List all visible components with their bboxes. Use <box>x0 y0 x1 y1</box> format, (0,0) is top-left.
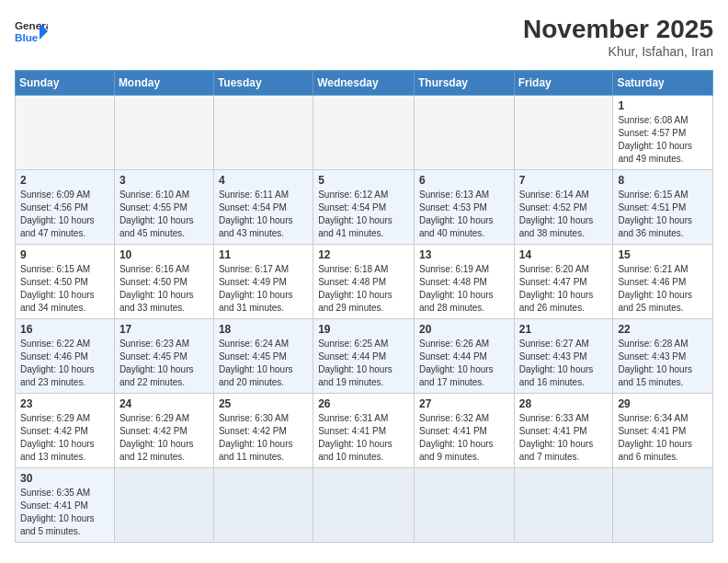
calendar-day-cell: 26Sunrise: 6:31 AM Sunset: 4:41 PM Dayli… <box>313 394 415 468</box>
day-info: Sunrise: 6:28 AM Sunset: 4:43 PM Dayligh… <box>618 338 708 389</box>
calendar-week-row: 16Sunrise: 6:22 AM Sunset: 4:46 PM Dayli… <box>16 319 713 394</box>
col-header-wednesday: Wednesday <box>313 71 415 96</box>
day-info: Sunrise: 6:35 AM Sunset: 4:41 PM Dayligh… <box>20 487 109 538</box>
day-info: Sunrise: 6:32 AM Sunset: 4:41 PM Dayligh… <box>419 412 509 464</box>
calendar-header-row: SundayMondayTuesdayWednesdayThursdayFrid… <box>16 71 713 96</box>
month-year-title: November 2025 <box>523 15 713 44</box>
day-number: 17 <box>119 323 209 336</box>
day-number: 23 <box>20 397 109 410</box>
calendar-day-cell <box>313 468 415 543</box>
day-info: Sunrise: 6:21 AM Sunset: 4:46 PM Dayligh… <box>618 263 708 315</box>
day-info: Sunrise: 6:33 AM Sunset: 4:41 PM Dayligh… <box>519 412 609 464</box>
svg-text:Blue: Blue <box>15 31 39 43</box>
day-number: 20 <box>419 323 509 336</box>
day-info: Sunrise: 6:29 AM Sunset: 4:42 PM Dayligh… <box>20 412 109 464</box>
day-number: 30 <box>20 472 109 485</box>
day-info: Sunrise: 6:15 AM Sunset: 4:51 PM Dayligh… <box>618 189 708 240</box>
day-info: Sunrise: 6:20 AM Sunset: 4:47 PM Dayligh… <box>519 263 609 315</box>
calendar-day-cell: 27Sunrise: 6:32 AM Sunset: 4:41 PM Dayli… <box>414 394 514 468</box>
day-info: Sunrise: 6:19 AM Sunset: 4:48 PM Dayligh… <box>419 263 509 315</box>
day-info: Sunrise: 6:09 AM Sunset: 4:56 PM Dayligh… <box>20 189 109 240</box>
calendar-day-cell: 3Sunrise: 6:10 AM Sunset: 4:55 PM Daylig… <box>114 170 213 245</box>
calendar-day-cell <box>514 96 613 170</box>
day-number: 10 <box>119 248 209 261</box>
day-number: 27 <box>419 397 509 410</box>
col-header-thursday: Thursday <box>414 71 514 96</box>
day-number: 22 <box>618 323 708 336</box>
calendar-day-cell <box>114 96 213 170</box>
calendar-day-cell: 6Sunrise: 6:13 AM Sunset: 4:53 PM Daylig… <box>414 170 514 245</box>
calendar-day-cell: 18Sunrise: 6:24 AM Sunset: 4:45 PM Dayli… <box>213 319 313 394</box>
day-number: 12 <box>318 248 409 261</box>
day-info: Sunrise: 6:08 AM Sunset: 4:57 PM Dayligh… <box>618 114 708 166</box>
calendar-day-cell: 11Sunrise: 6:17 AM Sunset: 4:49 PM Dayli… <box>213 245 313 319</box>
day-info: Sunrise: 6:30 AM Sunset: 4:42 PM Dayligh… <box>219 412 308 464</box>
calendar-day-cell <box>514 468 613 543</box>
calendar-week-row: 2Sunrise: 6:09 AM Sunset: 4:56 PM Daylig… <box>16 170 713 245</box>
day-number: 4 <box>219 174 308 187</box>
logo: General Blue <box>15 15 48 48</box>
location-subtitle: Khur, Isfahan, Iran <box>523 44 713 59</box>
page-header: General Blue November 2025 Khur, Isfahan… <box>15 15 713 59</box>
calendar-day-cell: 10Sunrise: 6:16 AM Sunset: 4:50 PM Dayli… <box>114 245 213 319</box>
day-info: Sunrise: 6:11 AM Sunset: 4:54 PM Dayligh… <box>219 189 308 240</box>
calendar-day-cell: 2Sunrise: 6:09 AM Sunset: 4:56 PM Daylig… <box>16 170 115 245</box>
day-info: Sunrise: 6:13 AM Sunset: 4:53 PM Dayligh… <box>419 189 509 240</box>
calendar-day-cell: 5Sunrise: 6:12 AM Sunset: 4:54 PM Daylig… <box>313 170 415 245</box>
calendar-day-cell <box>213 468 313 543</box>
calendar-day-cell: 21Sunrise: 6:27 AM Sunset: 4:43 PM Dayli… <box>514 319 613 394</box>
day-info: Sunrise: 6:10 AM Sunset: 4:55 PM Dayligh… <box>119 189 209 240</box>
calendar-day-cell: 7Sunrise: 6:14 AM Sunset: 4:52 PM Daylig… <box>514 170 613 245</box>
day-info: Sunrise: 6:34 AM Sunset: 4:41 PM Dayligh… <box>618 412 708 464</box>
title-block: November 2025 Khur, Isfahan, Iran <box>523 15 713 59</box>
calendar-day-cell <box>313 96 415 170</box>
calendar-day-cell <box>16 96 115 170</box>
day-info: Sunrise: 6:31 AM Sunset: 4:41 PM Dayligh… <box>318 412 409 464</box>
day-number: 3 <box>119 174 209 187</box>
calendar-day-cell: 1Sunrise: 6:08 AM Sunset: 4:57 PM Daylig… <box>613 96 713 170</box>
day-info: Sunrise: 6:25 AM Sunset: 4:44 PM Dayligh… <box>318 338 409 389</box>
calendar-week-row: 1Sunrise: 6:08 AM Sunset: 4:57 PM Daylig… <box>16 96 713 170</box>
calendar-day-cell <box>414 468 514 543</box>
calendar-day-cell: 23Sunrise: 6:29 AM Sunset: 4:42 PM Dayli… <box>16 394 115 468</box>
day-info: Sunrise: 6:23 AM Sunset: 4:45 PM Dayligh… <box>119 338 209 389</box>
calendar-day-cell: 15Sunrise: 6:21 AM Sunset: 4:46 PM Dayli… <box>613 245 713 319</box>
calendar-day-cell: 8Sunrise: 6:15 AM Sunset: 4:51 PM Daylig… <box>613 170 713 245</box>
calendar-week-row: 23Sunrise: 6:29 AM Sunset: 4:42 PM Dayli… <box>16 394 713 468</box>
calendar-week-row: 9Sunrise: 6:15 AM Sunset: 4:50 PM Daylig… <box>16 245 713 319</box>
calendar-day-cell <box>213 96 313 170</box>
col-header-tuesday: Tuesday <box>213 71 313 96</box>
day-number: 21 <box>519 323 609 336</box>
day-number: 1 <box>618 99 708 112</box>
calendar-table: SundayMondayTuesdayWednesdayThursdayFrid… <box>15 70 713 543</box>
day-info: Sunrise: 6:29 AM Sunset: 4:42 PM Dayligh… <box>119 412 209 464</box>
day-number: 9 <box>20 248 109 261</box>
calendar-day-cell <box>114 468 213 543</box>
logo-icon: General Blue <box>15 15 48 48</box>
calendar-day-cell: 29Sunrise: 6:34 AM Sunset: 4:41 PM Dayli… <box>613 394 713 468</box>
calendar-day-cell: 24Sunrise: 6:29 AM Sunset: 4:42 PM Dayli… <box>114 394 213 468</box>
day-info: Sunrise: 6:18 AM Sunset: 4:48 PM Dayligh… <box>318 263 409 315</box>
col-header-monday: Monday <box>114 71 213 96</box>
day-number: 2 <box>20 174 109 187</box>
calendar-day-cell: 16Sunrise: 6:22 AM Sunset: 4:46 PM Dayli… <box>16 319 115 394</box>
calendar-day-cell <box>414 96 514 170</box>
day-info: Sunrise: 6:17 AM Sunset: 4:49 PM Dayligh… <box>219 263 308 315</box>
calendar-day-cell: 28Sunrise: 6:33 AM Sunset: 4:41 PM Dayli… <box>514 394 613 468</box>
day-number: 6 <box>419 174 509 187</box>
day-info: Sunrise: 6:16 AM Sunset: 4:50 PM Dayligh… <box>119 263 209 315</box>
day-number: 13 <box>419 248 509 261</box>
day-number: 14 <box>519 248 609 261</box>
day-number: 15 <box>618 248 708 261</box>
day-info: Sunrise: 6:26 AM Sunset: 4:44 PM Dayligh… <box>419 338 509 389</box>
day-number: 8 <box>618 174 708 187</box>
calendar-day-cell: 19Sunrise: 6:25 AM Sunset: 4:44 PM Dayli… <box>313 319 415 394</box>
calendar-day-cell: 9Sunrise: 6:15 AM Sunset: 4:50 PM Daylig… <box>16 245 115 319</box>
day-info: Sunrise: 6:15 AM Sunset: 4:50 PM Dayligh… <box>20 263 109 315</box>
day-number: 18 <box>219 323 308 336</box>
day-number: 29 <box>618 397 708 410</box>
calendar-day-cell: 13Sunrise: 6:19 AM Sunset: 4:48 PM Dayli… <box>414 245 514 319</box>
day-info: Sunrise: 6:22 AM Sunset: 4:46 PM Dayligh… <box>20 338 109 389</box>
calendar-day-cell: 22Sunrise: 6:28 AM Sunset: 4:43 PM Dayli… <box>613 319 713 394</box>
calendar-day-cell: 4Sunrise: 6:11 AM Sunset: 4:54 PM Daylig… <box>213 170 313 245</box>
